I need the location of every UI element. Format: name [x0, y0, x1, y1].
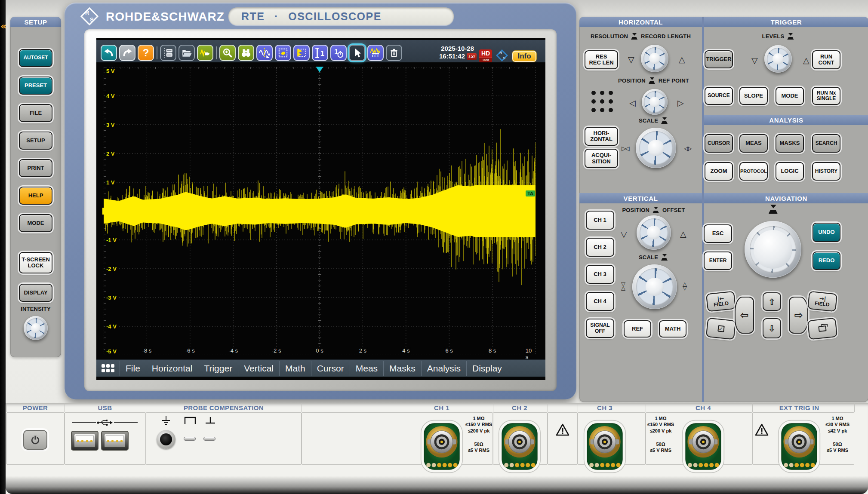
field-left-button[interactable]: |← FIELD — [706, 291, 736, 312]
ref-button[interactable]: REF — [624, 320, 651, 338]
arrow-down-button[interactable]: ⇩ — [763, 318, 781, 338]
touchscreen-lock-button[interactable]: T-SCREEN LOCK — [19, 252, 52, 273]
help-button[interactable]: HELP — [19, 187, 52, 205]
ch1-bnc-connector[interactable] — [420, 420, 463, 473]
horizontal-scale-knob[interactable] — [636, 128, 676, 168]
trigger-button[interactable]: TRIGGER — [705, 50, 733, 68]
vertical-position-knob[interactable] — [637, 215, 671, 250]
arrow-right-button[interactable]: ⇨ — [789, 297, 808, 334]
navigation-rotary-knob[interactable] — [745, 221, 801, 278]
zoom-icon[interactable] — [219, 45, 236, 61]
screenshot-icon[interactable] — [275, 45, 291, 61]
mask-segment-icon[interactable] — [293, 45, 310, 61]
dialogs-icon[interactable] — [160, 45, 176, 61]
arrow-left-button[interactable]: ⇦ — [735, 297, 754, 334]
acquisition-button[interactable]: ACQUI- SITION — [585, 149, 618, 168]
horizontal-button[interactable]: HORI- ZONTAL — [585, 127, 618, 146]
ch2-bnc-connector[interactable] — [498, 420, 541, 473]
checkbox-icon: ✓ — [717, 325, 724, 332]
quick-measure-icon[interactable]: 1 — [330, 45, 347, 61]
menu-display[interactable]: Display — [466, 361, 508, 376]
tab-button[interactable] — [807, 318, 837, 340]
trigger-level-knob[interactable] — [764, 45, 792, 73]
print-button[interactable]: PRINT — [19, 159, 52, 177]
y-axis-label: -5 V — [105, 348, 118, 355]
ch4-bnc-connector[interactable] — [682, 420, 725, 473]
slope-button[interactable]: SLOPE — [739, 87, 768, 105]
display-button[interactable]: DISPLAY — [19, 284, 52, 302]
enter-button[interactable]: ENTER — [704, 252, 732, 270]
pointer-icon[interactable] — [349, 45, 365, 61]
search-icon[interactable] — [238, 45, 254, 61]
masks-button[interactable]: MASKS — [776, 134, 804, 153]
preset-button[interactable]: PRESET — [19, 77, 52, 95]
menu-trigger[interactable]: Trigger — [198, 361, 238, 376]
esc-button[interactable]: ESC — [704, 224, 732, 243]
menu-analysis[interactable]: Analysis — [421, 361, 466, 376]
power-label: POWER — [23, 404, 48, 411]
run-cont-button[interactable]: RUN CONT — [812, 50, 840, 69]
field-right-button[interactable]: →| FIELD — [807, 291, 837, 312]
fft-icon[interactable]: FFT — [367, 45, 384, 61]
fft-icon-label: FFT — [372, 53, 379, 58]
analysis-section-title: ANALYSIS — [704, 115, 868, 125]
x-axis-label: -2 s — [271, 347, 282, 354]
open-file-icon[interactable] — [179, 45, 195, 61]
right-control-panel: HORIZONTAL RESOLUTION RECORD LENGTH RES … — [579, 17, 868, 402]
res-rec-len-button[interactable]: RES REC LEN — [585, 50, 618, 69]
menu-vertical[interactable]: Vertical — [238, 361, 279, 376]
run-nx-single-button[interactable]: RUN Nx SINGLE — [812, 87, 840, 105]
zoom-button[interactable]: ZOOM — [705, 162, 733, 181]
power-button[interactable] — [23, 430, 47, 450]
mode-button[interactable]: MODE — [19, 214, 52, 232]
trigger-position-marker[interactable] — [316, 67, 323, 72]
probe-adjust-icon[interactable] — [197, 45, 213, 61]
menu-file[interactable]: File — [120, 361, 146, 376]
menu-meas[interactable]: Meas — [350, 361, 383, 376]
y-axis-label: -2 V — [105, 266, 118, 272]
channel4-button[interactable]: CH 4 — [586, 292, 614, 311]
checkmark-button[interactable]: ✓ — [706, 318, 736, 340]
logic-button[interactable]: LOGIC — [776, 162, 804, 181]
intensity-knob[interactable] — [24, 316, 48, 340]
ext-trig-bnc-connector[interactable] — [778, 420, 821, 473]
redo-icon[interactable] — [119, 45, 135, 61]
channel1-button[interactable]: CH 1 — [586, 211, 614, 230]
menu-horizontal[interactable]: Horizontal — [146, 361, 198, 376]
push-knob-icon — [631, 33, 638, 40]
undo-button[interactable]: UNDO — [813, 223, 840, 242]
signal-off-button[interactable]: SIGNAL OFF — [586, 319, 614, 338]
usb-symbol-icon — [72, 419, 138, 426]
cursor-measure-icon[interactable] — [256, 45, 273, 61]
meas-button[interactable]: MEAS — [739, 134, 768, 153]
ch1-label: CH 1 — [434, 404, 449, 411]
vertical-scale-knob[interactable] — [632, 264, 677, 309]
protocol-button[interactable]: PROTOCOL — [739, 162, 768, 181]
horizontal-position-knob[interactable] — [642, 89, 668, 115]
autoset-button[interactable]: AUTOSET — [19, 49, 52, 67]
menu-math[interactable]: Math — [279, 361, 311, 376]
setup-button[interactable]: SETUP — [19, 132, 52, 150]
info-button[interactable]: Info — [512, 50, 537, 62]
cursor-button[interactable]: CURSOR — [705, 134, 733, 153]
apps-grid-icon[interactable] — [102, 364, 114, 372]
help-icon[interactable]: ? — [138, 45, 154, 61]
resolution-knob[interactable] — [641, 45, 668, 72]
channel3-button[interactable]: CH 3 — [586, 265, 614, 284]
trigger-mode-button[interactable]: MODE — [776, 87, 804, 105]
arrow-up-button[interactable]: ⇧ — [763, 292, 781, 311]
column-divider — [702, 17, 704, 402]
measure-icon[interactable]: 1 — [312, 45, 328, 61]
ch34-50ohm-ratings: 50Ω ≤5 V RMS — [639, 441, 682, 454]
ch3-bnc-connector[interactable] — [583, 420, 626, 473]
search-button[interactable]: SEARCH — [812, 134, 840, 153]
file-button[interactable]: FILE — [19, 104, 52, 122]
history-button[interactable]: HISTORY — [812, 162, 840, 181]
math-button[interactable]: MATH — [659, 320, 686, 338]
menu-masks[interactable]: Masks — [383, 361, 421, 376]
delete-icon[interactable] — [386, 45, 402, 61]
undo-icon[interactable] — [101, 45, 117, 61]
source-button[interactable]: SOURCE — [705, 87, 733, 105]
menu-cursor[interactable]: Cursor — [311, 361, 350, 376]
redo-button[interactable]: REDO — [813, 252, 840, 270]
